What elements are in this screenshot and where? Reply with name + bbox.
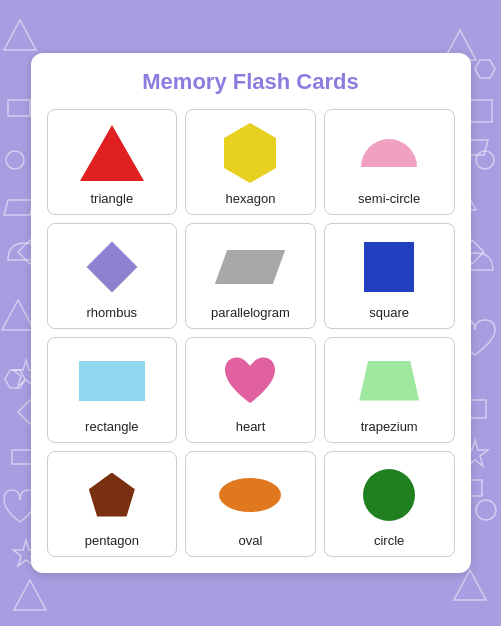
shape-semi-circle [349,120,429,185]
shape-circle [349,462,429,527]
pentagon-shape [89,473,135,517]
card-rectangle: rectangle [47,337,178,443]
shape-triangle [72,120,152,185]
rhombus-shape [86,241,137,292]
card-pentagon: pentagon [47,451,178,557]
label-heart: heart [236,419,266,434]
circle-shape [363,469,415,521]
shape-square [349,234,429,299]
label-triangle: triangle [91,191,134,206]
card-heart: heart [185,337,316,443]
card-trapezium: trapezium [324,337,455,443]
card-square: square [324,223,455,329]
page-title: Memory Flash Cards [47,69,455,95]
label-circle: circle [374,533,404,548]
shape-rectangle [72,348,152,413]
shape-pentagon [72,462,152,527]
label-rhombus: rhombus [87,305,138,320]
card-triangle: triangle [47,109,178,215]
triangle-shape [80,125,144,181]
card-circle: circle [324,451,455,557]
card-parallelogram: parallelogram [185,223,316,329]
label-oval: oval [239,533,263,548]
shape-trapezium [349,348,429,413]
trapezium-shape [359,361,419,401]
label-parallelogram: parallelogram [211,305,290,320]
card-semi-circle: semi-circle [324,109,455,215]
heart-svg [220,353,280,408]
cards-grid: triangle hexagon semi-circle rhombus [47,109,455,557]
shape-hexagon [210,120,290,185]
rectangle-shape [79,361,145,401]
shape-oval [210,462,290,527]
card-hexagon: hexagon [185,109,316,215]
label-square: square [369,305,409,320]
square-shape [364,242,414,292]
shape-rhombus [72,234,152,299]
semi-circle-shape [361,139,417,167]
label-pentagon: pentagon [85,533,139,548]
label-rectangle: rectangle [85,419,138,434]
hexagon-shape [224,138,276,168]
parallelogram-shape [215,250,285,284]
oval-shape [219,478,281,512]
label-semi-circle: semi-circle [358,191,420,206]
label-trapezium: trapezium [361,419,418,434]
shape-parallelogram [210,234,290,299]
flash-card-container: Memory Flash Cards triangle hexagon semi… [31,53,471,573]
card-oval: oval [185,451,316,557]
card-rhombus: rhombus [47,223,178,329]
label-hexagon: hexagon [226,191,276,206]
shape-heart [210,348,290,413]
